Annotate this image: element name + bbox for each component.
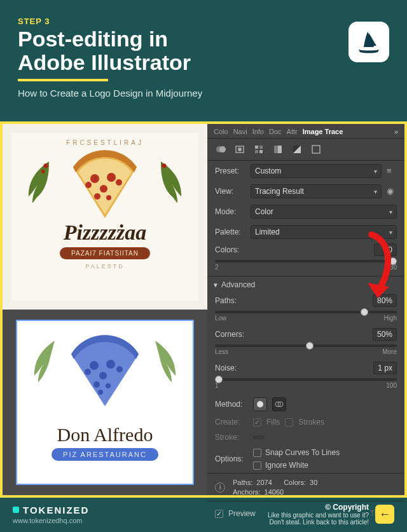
edited-tagline: PIZ ARESTAURANC bbox=[52, 448, 158, 461]
method-overlapping-button[interactable] bbox=[272, 397, 286, 411]
info-anchors-value: 14060 bbox=[265, 488, 284, 496]
svg-point-15 bbox=[116, 366, 123, 372]
copyright-line-2: Don't steal. Link back to this article! bbox=[268, 519, 369, 526]
advanced-label: Advanced bbox=[221, 280, 255, 289]
corners-high: More bbox=[382, 348, 397, 355]
sailboat-icon bbox=[355, 28, 383, 56]
image-trace-panel: Colo Navi Info Doc Attr Image Trace » Pr… bbox=[207, 124, 404, 495]
auto-color-icon[interactable] bbox=[215, 144, 226, 155]
method-abutting-button[interactable] bbox=[253, 397, 267, 411]
palette-value: Limited bbox=[255, 228, 280, 236]
laurel-right-icon bbox=[141, 153, 198, 210]
options-label: Options: bbox=[215, 454, 248, 463]
fills-checkbox bbox=[253, 418, 261, 426]
chevron-down-icon: ▾ bbox=[374, 188, 377, 195]
ignore-white-label: Ignore White bbox=[265, 461, 308, 470]
snap-curves-checkbox[interactable] bbox=[253, 449, 261, 457]
corners-low: Less bbox=[215, 348, 228, 355]
noise-high: 100 bbox=[386, 382, 397, 389]
brand-url: www.tokenizedhq.com bbox=[13, 517, 89, 524]
noise-label: Noise: bbox=[215, 364, 237, 372]
tab-attributes[interactable]: Attr bbox=[287, 128, 298, 135]
black-white-icon[interactable] bbox=[291, 144, 303, 155]
colors-label: Colors: bbox=[215, 245, 239, 254]
brand-name: TOKENIZED bbox=[23, 505, 89, 515]
noise-value[interactable]: 1 px bbox=[373, 362, 397, 374]
ignore-white-checkbox[interactable] bbox=[253, 461, 261, 470]
source-image-panel: FRCSESTLIRAJ bbox=[3, 124, 207, 310]
chevron-down-icon: ▾ bbox=[374, 168, 377, 175]
svg-rect-27 bbox=[278, 146, 282, 153]
paths-label: Paths: bbox=[215, 296, 237, 305]
palette-label: Palette: bbox=[215, 228, 245, 236]
tab-image-trace[interactable]: Image Trace bbox=[303, 128, 343, 135]
result-image-panel: Don Alfredo PIZ ARESTAURANC bbox=[3, 310, 207, 495]
svg-point-19 bbox=[219, 146, 226, 153]
svg-point-13 bbox=[93, 381, 100, 388]
mode-dropdown[interactable]: Color ▾ bbox=[251, 205, 397, 219]
tab-color[interactable]: Colo bbox=[214, 128, 228, 135]
svg-point-8 bbox=[116, 179, 122, 186]
mode-value: Color bbox=[255, 207, 273, 216]
corners-slider[interactable] bbox=[215, 344, 397, 347]
low-color-icon[interactable] bbox=[253, 144, 265, 155]
arrow-down-icon bbox=[359, 228, 397, 304]
grayscale-icon[interactable] bbox=[272, 144, 284, 155]
traced-logo: Don Alfredo PIZ ARESTAURANC bbox=[16, 320, 194, 485]
arc-text-bottom: PALESTD bbox=[85, 263, 124, 269]
svg-point-21 bbox=[238, 147, 242, 151]
svg-point-14 bbox=[106, 383, 111, 388]
preset-menu-icon[interactable]: ≡ bbox=[387, 166, 397, 176]
info-paths-value: 2074 bbox=[256, 479, 272, 486]
laurel-left-icon bbox=[11, 153, 69, 210]
svg-rect-24 bbox=[255, 150, 258, 153]
step-label: STEP 3 bbox=[18, 17, 389, 26]
eye-icon[interactable]: ◉ bbox=[387, 186, 397, 196]
preview-column: FRCSESTLIRAJ bbox=[3, 124, 207, 495]
outline-icon[interactable] bbox=[310, 144, 322, 155]
arrow-left-icon: ← bbox=[379, 508, 390, 521]
pizza-slice-traced-icon bbox=[64, 335, 146, 411]
preset-dropdown[interactable]: Custom ▾ bbox=[251, 164, 382, 178]
copyright-line-1: Like this graphic and want to use it? bbox=[268, 512, 369, 519]
pizza-slice-icon bbox=[67, 149, 143, 219]
preset-value: Custom bbox=[255, 167, 281, 175]
fills-label: Fills bbox=[266, 418, 280, 426]
colors-min: 2 bbox=[215, 264, 219, 271]
tab-navigator[interactable]: Navi bbox=[233, 128, 247, 135]
svg-point-5 bbox=[100, 185, 107, 193]
view-dropdown[interactable]: Tracing Result ▾ bbox=[251, 184, 382, 198]
noise-slider[interactable] bbox=[215, 378, 397, 381]
title-line-2: Adobe Illustrator bbox=[18, 50, 191, 74]
tab-document[interactable]: Doc bbox=[269, 128, 282, 135]
svg-point-17 bbox=[98, 390, 103, 395]
paths-high: High bbox=[383, 315, 397, 322]
svg-point-12 bbox=[99, 372, 107, 379]
svg-point-4 bbox=[107, 173, 116, 182]
tagline-pill: PAZAI7 FIATSIITAN bbox=[60, 247, 150, 259]
back-arrow-button[interactable]: ← bbox=[375, 505, 394, 524]
high-color-icon[interactable] bbox=[234, 144, 245, 155]
mode-label: Mode: bbox=[215, 207, 245, 216]
app-logo-midjourney bbox=[348, 22, 389, 62]
svg-point-16 bbox=[85, 369, 91, 375]
paths-slider[interactable] bbox=[215, 311, 397, 313]
info-colors-value: 30 bbox=[310, 479, 317, 486]
expand-panel-icon[interactable]: » bbox=[394, 128, 398, 135]
corners-value[interactable]: 50% bbox=[373, 328, 397, 341]
svg-rect-29 bbox=[312, 146, 320, 153]
panel-tabs: Colo Navi Info Doc Attr Image Trace » bbox=[207, 124, 404, 139]
info-anchors-label: Anchors: bbox=[233, 488, 260, 496]
tab-info[interactable]: Info bbox=[252, 128, 264, 135]
svg-point-30 bbox=[257, 401, 263, 407]
strokes-label: Strokes bbox=[298, 418, 324, 426]
view-value: Tracing Result bbox=[255, 187, 304, 196]
svg-point-6 bbox=[94, 193, 100, 200]
snap-curves-label: Snap Curves To Lines bbox=[265, 448, 340, 457]
triangle-down-icon: ▼ bbox=[212, 282, 219, 289]
svg-point-10 bbox=[90, 361, 99, 370]
page-footer: TOKENIZED www.tokenizedhq.com © Copyrigh… bbox=[0, 496, 407, 532]
svg-rect-22 bbox=[255, 146, 258, 149]
title-line-1: Post-editing in bbox=[18, 27, 168, 51]
preset-label: Preset: bbox=[215, 167, 245, 175]
